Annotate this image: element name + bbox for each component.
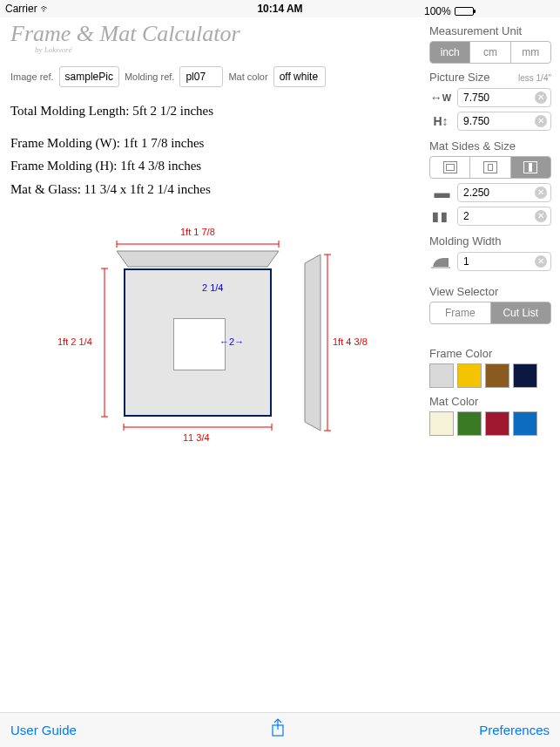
dim-top: 1ft 1 7/8 bbox=[180, 227, 215, 237]
dim-mat-side: ←2→ bbox=[219, 336, 244, 347]
view-frame[interactable]: Frame bbox=[430, 302, 491, 323]
mat-style-0[interactable] bbox=[430, 157, 470, 178]
picsize-sub: less 1/4" bbox=[518, 73, 551, 83]
molding-ref-label: Molding ref. bbox=[125, 71, 174, 82]
status-right: 100% bbox=[424, 0, 555, 17]
mat-horiz-input[interactable]: 2.250✕ bbox=[457, 183, 551, 202]
molding-width-input[interactable]: 1✕ bbox=[457, 252, 551, 271]
frame-colors bbox=[429, 363, 551, 388]
mat-vert-input[interactable]: 2✕ bbox=[457, 207, 551, 226]
app-subtitle: by Lokivoré bbox=[35, 45, 419, 54]
clear-icon[interactable]: ✕ bbox=[535, 187, 547, 199]
clear-icon[interactable]: ✕ bbox=[535, 92, 547, 104]
app-title: Frame & Mat Calculator bbox=[10, 23, 419, 45]
battery-pct: 100% bbox=[424, 5, 451, 17]
frame-color-0[interactable] bbox=[429, 363, 454, 388]
height-icon: H↕ bbox=[429, 112, 452, 130]
refs-row: Image ref. samplePic Molding ref. pl07 M… bbox=[10, 66, 419, 87]
mat-style-segmented[interactable] bbox=[429, 156, 551, 179]
carrier-label: Carrier ᯤ bbox=[5, 3, 51, 15]
width-icon: ↔W bbox=[429, 89, 452, 106]
view-segmented[interactable]: Frame Cut List bbox=[429, 302, 551, 324]
frame-color-2[interactable] bbox=[485, 363, 509, 388]
result-frame-h: Frame Molding (H): 1ft 4 3/8 inches bbox=[10, 156, 419, 176]
svg-marker-0 bbox=[117, 251, 279, 267]
status-bar: Carrier ᯤ 10:14 AM 100% bbox=[0, 0, 560, 17]
user-guide-link[interactable]: User Guide bbox=[10, 723, 77, 737]
clear-icon[interactable]: ✕ bbox=[535, 115, 547, 127]
bottom-toolbar: User Guide Preferences bbox=[0, 712, 560, 747]
result-matglass: Mat & Glass: 11 3/4 x 1ft 2 1/4 inches bbox=[10, 180, 419, 200]
mat-vert-icon: ▮▮ bbox=[429, 207, 452, 225]
result-frame-w: Frame Molding (W): 1ft 1 7/8 inches bbox=[10, 133, 419, 153]
image-ref-input[interactable]: samplePic bbox=[59, 66, 119, 87]
mat-color-0[interactable] bbox=[429, 411, 454, 436]
matcolor-label: Mat color bbox=[228, 71, 267, 82]
results-block: Total Molding Length: 5ft 2 1/2 inches F… bbox=[10, 101, 419, 199]
dim-bottom: 11 3/4 bbox=[183, 432, 210, 443]
mat-label: Mat Sides & Size bbox=[429, 139, 551, 153]
dim-right: 1ft 4 3/8 bbox=[333, 336, 368, 347]
mat-color-2[interactable] bbox=[485, 411, 509, 436]
unit-mm[interactable]: mm bbox=[511, 42, 550, 63]
unit-cm[interactable]: cm bbox=[470, 42, 510, 63]
dim-mat-top: 2 1/4 bbox=[202, 282, 223, 293]
view-label: View Selector bbox=[429, 285, 551, 298]
view-cutlist[interactable]: Cut List bbox=[491, 302, 551, 323]
matcolor-swatch-label: Mat Color bbox=[429, 395, 551, 408]
molding-width-label: Molding Width bbox=[429, 234, 551, 248]
width-input[interactable]: 7.750✕ bbox=[457, 88, 551, 107]
clear-icon[interactable]: ✕ bbox=[535, 210, 547, 222]
unit-inch[interactable]: inch bbox=[430, 42, 470, 63]
mat-colors bbox=[429, 411, 551, 436]
height-input[interactable]: 9.750✕ bbox=[457, 112, 551, 131]
status-time: 10:14 AM bbox=[257, 3, 302, 15]
mat-color-3[interactable] bbox=[513, 411, 537, 436]
clear-icon[interactable]: ✕ bbox=[535, 255, 547, 268]
mat-color-1[interactable] bbox=[457, 411, 482, 436]
result-total: Total Molding Length: 5ft 2 1/2 inches bbox=[10, 101, 419, 121]
svg-marker-1 bbox=[305, 255, 320, 431]
frame-diagram: 1ft 1 7/8 1ft 2 1/4 1ft 4 3/8 11 3/4 2 1… bbox=[63, 225, 376, 452]
image-ref-label: Image ref. bbox=[10, 71, 54, 82]
mat-style-2[interactable] bbox=[511, 157, 550, 178]
mat-style-1[interactable] bbox=[470, 157, 510, 178]
molding-icon bbox=[429, 253, 452, 270]
frame-color-1[interactable] bbox=[457, 363, 482, 388]
dim-left: 1ft 2 1/4 bbox=[57, 336, 92, 347]
mat-rect bbox=[124, 268, 272, 417]
frame-color-3[interactable] bbox=[513, 363, 537, 388]
preferences-link[interactable]: Preferences bbox=[479, 723, 550, 737]
mat-horiz-icon: ▬ bbox=[429, 184, 452, 201]
unit-label: Measurement Unit bbox=[429, 24, 551, 37]
battery-icon bbox=[455, 7, 474, 16]
molding-ref-input[interactable]: pl07 bbox=[179, 66, 223, 87]
matcolor-input[interactable]: off white bbox=[273, 66, 326, 87]
share-icon[interactable] bbox=[270, 718, 286, 742]
unit-segmented[interactable]: inch cm mm bbox=[429, 41, 551, 64]
picture-rect bbox=[173, 318, 226, 370]
picsize-label: Picture Size bbox=[429, 71, 489, 84]
framecolor-label: Frame Color bbox=[429, 347, 551, 360]
